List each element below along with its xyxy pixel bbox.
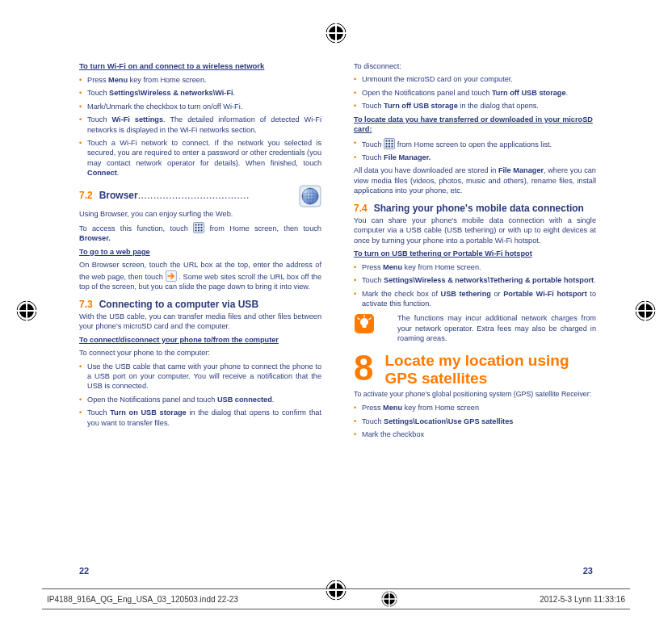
apps-grid-icon bbox=[193, 222, 204, 233]
svg-rect-41 bbox=[388, 145, 390, 147]
list-item: Touch Turn off USB storage in the dialog… bbox=[354, 101, 596, 111]
list-item: Touch File Manager. bbox=[354, 153, 596, 162]
browser-access: To access this function, touch from Home… bbox=[79, 222, 321, 244]
heading-wifi-connect: To turn Wi-Fi on and connect to a wirele… bbox=[79, 61, 321, 72]
chapter-number: 8 bbox=[354, 352, 373, 384]
list-item: Use the USB cable that came with your ph… bbox=[79, 362, 321, 392]
list-item: Open the Notifications panel and touch U… bbox=[79, 395, 321, 404]
svg-rect-11 bbox=[26, 300, 27, 321]
svg-rect-39 bbox=[392, 143, 393, 144]
registration-mark-left bbox=[16, 300, 37, 321]
tether-steps: Press Menu key from Home screen. Touch S… bbox=[354, 262, 596, 309]
gps-steps: Press Menu key from Home screen Touch Se… bbox=[354, 403, 596, 439]
svg-rect-42 bbox=[392, 145, 393, 147]
locate-step-1-b: from Home screen to open the application… bbox=[397, 140, 552, 149]
list-item: Touch from Home screen to open the appli… bbox=[354, 138, 596, 149]
list-item: Mark the checkbox bbox=[354, 429, 596, 439]
svg-rect-28 bbox=[201, 227, 203, 228]
browser-globe-icon bbox=[299, 185, 321, 207]
heading-connect-disconnect: To connect/disconnect your phone to/from… bbox=[79, 335, 321, 345]
section-title: Sharing your phone's mobile data connect… bbox=[374, 203, 584, 214]
list-item: Press Menu key from Home screen bbox=[354, 403, 596, 413]
section-7-3: 7.3 Connecting to a computer via USB bbox=[79, 299, 321, 310]
svg-rect-35 bbox=[388, 140, 390, 141]
page-23: To disconnect: Unmount the microSD card … bbox=[354, 61, 596, 443]
list-item: Open the Notifications panel and touch T… bbox=[354, 88, 596, 98]
svg-point-44 bbox=[360, 318, 368, 326]
heading-tethering: To turn on USB tethering or Portable Wi-… bbox=[354, 249, 596, 258]
registration-mark-right bbox=[635, 300, 656, 321]
svg-rect-52 bbox=[388, 591, 390, 607]
share-paragraph: You can share your phone's mobile data c… bbox=[354, 216, 596, 245]
section-title: Browser bbox=[99, 190, 291, 201]
list-item: Touch Wi-Fi settings. The detailed infor… bbox=[79, 115, 321, 135]
print-footer: IP4188_916A_QG_Eng_USA_03_120503.indd 22… bbox=[42, 588, 630, 609]
section-number: 7.4 bbox=[354, 203, 368, 214]
svg-rect-29 bbox=[195, 230, 197, 232]
svg-rect-30 bbox=[198, 230, 200, 232]
info-bulb-icon bbox=[354, 313, 375, 334]
list-item: Unmount the microSD card on your compute… bbox=[354, 74, 596, 84]
svg-rect-25 bbox=[201, 224, 203, 226]
list-item: Press Menu key from Home screen. bbox=[354, 262, 596, 272]
content-columns: To turn Wi-Fi on and connect to a wirele… bbox=[79, 61, 596, 443]
list-item: Mark/Unmark the checkbox to turn on/off … bbox=[79, 102, 321, 111]
connect-steps: Use the USB cable that came with your ph… bbox=[79, 362, 321, 429]
list-item: Touch Turn on USB storage in the dialog … bbox=[79, 408, 321, 428]
page-22: To turn Wi-Fi on and connect to a wirele… bbox=[79, 61, 321, 443]
svg-rect-37 bbox=[386, 143, 388, 144]
page-number-right: 23 bbox=[583, 566, 593, 576]
browser-intro: Using Browser, you can enjoy surfing the… bbox=[79, 209, 321, 219]
note-text: The functions may incur additional netwo… bbox=[380, 313, 596, 343]
connect-intro: To connect your phone to the computer: bbox=[79, 348, 321, 358]
gps-intro: To activate your phone's global position… bbox=[354, 390, 596, 400]
disconnect-intro: To disconnect: bbox=[354, 61, 596, 71]
locate-steps: Touch from Home screen to open the appli… bbox=[354, 138, 596, 163]
svg-rect-36 bbox=[392, 140, 393, 141]
svg-rect-34 bbox=[386, 140, 388, 141]
list-item: Touch Settings\Location\Use GPS satellit… bbox=[354, 417, 596, 426]
section-number: 7.2 bbox=[79, 190, 93, 201]
section-number: 7.3 bbox=[79, 299, 93, 310]
svg-rect-27 bbox=[198, 227, 200, 228]
chapter-8: 8 Locate my location using GPS satellite… bbox=[354, 352, 596, 387]
go-arrow-icon bbox=[166, 270, 177, 282]
apps-grid-icon bbox=[384, 138, 395, 149]
heading-goto-webpage: To go to a web page bbox=[79, 247, 321, 257]
section-title: Connecting to a computer via USB bbox=[99, 299, 258, 310]
footer-filename: IP4188_916A_QG_Eng_USA_03_120503.indd 22… bbox=[47, 595, 238, 604]
list-item: Mark the check box of USB tethering or P… bbox=[354, 289, 596, 309]
list-item: Press Menu key from Home screen. bbox=[79, 75, 321, 85]
chapter-title: Locate my location using GPS satellites bbox=[384, 352, 596, 387]
svg-rect-15 bbox=[645, 300, 646, 321]
locate-paragraph: All data you have downloaded are stored … bbox=[354, 165, 596, 195]
svg-rect-45 bbox=[363, 325, 367, 328]
svg-rect-3 bbox=[335, 23, 337, 44]
goto-webpage-text: On Browser screen, touch the URL box at … bbox=[79, 260, 321, 291]
section-7-4: 7.4 Sharing your phone's mobile data con… bbox=[354, 203, 596, 214]
svg-rect-23 bbox=[195, 224, 197, 226]
wifi-steps: Press Menu key from Home screen. Touch S… bbox=[79, 75, 321, 178]
disconnect-steps: Unmount the microSD card on your compute… bbox=[354, 74, 596, 111]
list-item: Touch a Wi-Fi network to connect. If the… bbox=[79, 138, 321, 178]
footer-timestamp: 2012-5-3 Lynn 11:33:16 bbox=[540, 595, 625, 604]
list-item: Touch Settings\Wireless & networks\Wi-Fi… bbox=[79, 88, 321, 98]
usb-intro: With the USB cable, you can transfer med… bbox=[79, 312, 321, 332]
list-item: Touch Settings\Wireless & networks\Tethe… bbox=[354, 275, 596, 285]
note-charges: The functions may incur additional netwo… bbox=[354, 313, 596, 343]
heading-locate-data: To locate data you have transferred or d… bbox=[354, 115, 596, 135]
svg-rect-38 bbox=[388, 143, 390, 144]
registration-mark-top bbox=[326, 23, 346, 44]
section-7-2: 7.2 Browser bbox=[79, 185, 321, 207]
svg-rect-24 bbox=[198, 224, 200, 226]
page-number-left: 22 bbox=[79, 566, 89, 576]
svg-rect-40 bbox=[386, 145, 388, 147]
locate-step-1-a: Touch bbox=[362, 140, 384, 149]
page-sheet: To turn Wi-Fi on and connect to a wirele… bbox=[0, 0, 672, 624]
svg-rect-31 bbox=[201, 230, 203, 232]
registration-mark-footer bbox=[381, 591, 397, 607]
svg-rect-26 bbox=[195, 227, 197, 228]
